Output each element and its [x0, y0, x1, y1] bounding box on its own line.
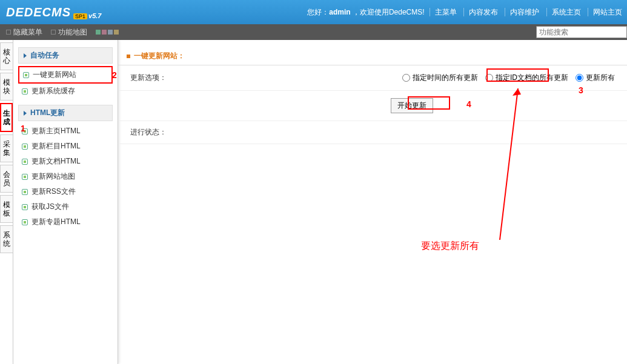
vertical-tabs: 核心 模块 生成 采集 会员 模板 系统: [0, 40, 13, 364]
bullet-icon: [22, 174, 28, 180]
radio-input-all[interactable]: [576, 74, 583, 82]
nav-publish[interactable]: 内容发布: [463, 8, 503, 16]
bullet-icon: [22, 159, 28, 165]
sidebar-item-doc-html[interactable]: 更新文档HTML: [18, 154, 113, 169]
vtab-collect[interactable]: 采集: [0, 134, 13, 162]
triangle-icon: [24, 53, 27, 58]
func-map[interactable]: 功能地图: [51, 27, 87, 38]
vtab-core[interactable]: 核心: [0, 42, 13, 70]
bullet-icon: [22, 189, 28, 195]
nav-main[interactable]: 主菜单: [430, 8, 462, 16]
sidebar-item-rss[interactable]: 更新RSS文件: [18, 184, 113, 199]
panel-title: 一键更新网站：: [118, 47, 627, 65]
radio-by-id[interactable]: 指定ID文档的所有更新: [485, 73, 568, 83]
color-squares: [96, 30, 119, 35]
sidebar-item-sitemap[interactable]: 更新网站地图: [18, 169, 113, 184]
bullet-icon: [23, 72, 29, 78]
logo-badge: SP1: [73, 13, 87, 19]
search-input[interactable]: [536, 26, 627, 38]
vtab-system[interactable]: 系统: [0, 225, 13, 253]
sidebar-item-home-html[interactable]: 更新主页HTML: [18, 124, 113, 139]
status-label: 进行状态：: [130, 128, 167, 136]
logo: DEDECMS SP1 v5.7: [6, 5, 101, 19]
bullet-icon: [22, 144, 28, 150]
subbar: 隐藏菜单 功能地图: [0, 24, 627, 40]
start-update-button[interactable]: 开始更新: [391, 98, 433, 113]
vtab-module[interactable]: 模块: [0, 73, 13, 101]
square-icon: [51, 30, 56, 35]
vtab-member[interactable]: 会员: [0, 165, 13, 193]
group-auto-task[interactable]: 自动任务: [18, 47, 113, 64]
welcome-text: 您好：admin ，欢迎使用DedeCMS!: [307, 7, 424, 18]
topbar: DEDECMS SP1 v5.7 您好：admin ，欢迎使用DedeCMS! …: [0, 0, 627, 24]
sidebar-item-column-html[interactable]: 更新栏目HTML: [18, 139, 113, 154]
annotation-note: 要选更新所有: [421, 240, 479, 253]
hide-menu[interactable]: 隐藏菜单: [6, 27, 42, 38]
group-html-update[interactable]: HTML更新: [18, 105, 113, 121]
vtab-generate[interactable]: 生成: [0, 103, 13, 132]
square-icon: [6, 30, 11, 35]
sidebar-item-topic-html[interactable]: 更新专题HTML: [18, 214, 113, 230]
nav-sitehome[interactable]: 网站主页: [588, 8, 627, 16]
radio-by-time[interactable]: 指定时间的所有更新: [402, 73, 478, 83]
search-box: [536, 24, 627, 40]
bullet-icon: [22, 204, 28, 210]
bullet-icon: [22, 128, 28, 134]
sidebar-item-onekey-update[interactable]: 一键更新网站: [18, 66, 113, 84]
triangle-icon: [24, 111, 27, 116]
logo-text: DEDECMS: [6, 5, 71, 19]
logo-version: v5.7: [88, 12, 101, 19]
bullet-icon: [22, 88, 28, 94]
option-label: 更新选项：: [130, 73, 191, 83]
sidebar-item-js[interactable]: 获取JS文件: [18, 199, 113, 214]
sidebar: 自动任务 一键更新网站 更新系统缓存 HTML更新 更新主页HTML 更新栏目H…: [13, 40, 118, 364]
radio-input-id[interactable]: [485, 74, 493, 82]
status-row: 进行状态：: [118, 121, 627, 144]
sidebar-item-update-cache[interactable]: 更新系统缓存: [18, 84, 113, 99]
top-nav: 主菜单 内容发布 内容维护 系统主页 网站主页: [430, 7, 627, 18]
nav-syshome[interactable]: 系统主页: [546, 8, 586, 16]
dot-icon: [127, 55, 130, 58]
radio-all[interactable]: 更新所有: [576, 73, 615, 83]
option-row: 更新选项： 指定时间的所有更新 指定ID文档的所有更新 更新所有: [118, 65, 627, 91]
button-row: 开始更新: [118, 91, 627, 121]
vtab-template[interactable]: 模板: [0, 195, 13, 223]
bullet-icon: [22, 219, 28, 225]
radio-input-time[interactable]: [402, 74, 410, 82]
main-panel: 一键更新网站： 更新选项： 指定时间的所有更新 指定ID文档的所有更新 更新所有…: [118, 40, 627, 364]
nav-maintain[interactable]: 内容维护: [505, 8, 544, 16]
